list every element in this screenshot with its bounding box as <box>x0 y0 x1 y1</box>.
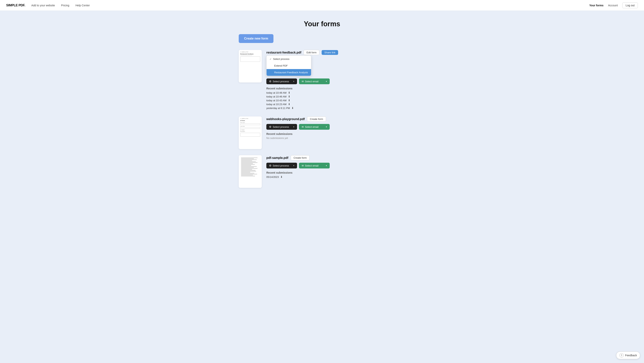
create-form-button-pdf-sample[interactable]: Create form <box>291 155 310 160</box>
form-thumbnail-webhooks: ≡SIMPLE PDF A Form First name Last name … <box>239 116 262 149</box>
feedback-button[interactable]: ? Feedback <box>616 352 640 359</box>
process-icon-webhooks: ⚙ <box>269 125 272 128</box>
email-icon: ✉ <box>302 80 304 83</box>
thumb-logo-row: ≡SIMPLE PDF <box>240 52 260 52</box>
form-card-pdf-sample: pdf-sample.pdf Create form ⚙ Select proc… <box>239 155 405 188</box>
page-title: Your forms <box>239 20 405 28</box>
submissions-label-webhooks: Recent submissions <box>266 132 405 136</box>
download-icon-2[interactable]: ⬇ <box>288 95 290 98</box>
logout-button[interactable]: Log out <box>622 2 638 8</box>
email-dropdown-label-pdf-sample: Select email <box>305 164 318 167</box>
process-dropdown-label-webhooks: Select process <box>273 126 289 128</box>
email-icon-pdf-sample: ✉ <box>302 164 304 167</box>
process-dropdown-menu: ✓ Select process Extend PDF Restaurant F… <box>266 56 311 76</box>
submission-row-1: today at 10:48 AM ⬇ <box>266 91 405 94</box>
form-header-webhooks: webhooks-playground.pdf Create form <box>266 116 405 122</box>
email-dropdown-restaurant[interactable]: ✉ Select email ▾ <box>299 78 330 84</box>
email-dropdown-label-webhooks: Select email <box>305 126 318 128</box>
process-dropdown-label-pdf-sample: Select process <box>273 164 289 167</box>
main-content: Your forms Create new form ≡SIMPLE PDF R… <box>236 11 408 209</box>
thumb-logo-row-2: ≡SIMPLE PDF <box>240 118 260 119</box>
dropdowns-row-restaurant: ✓ Select process Extend PDF Restaurant F… <box>266 57 405 84</box>
nav-right: Your forms Account Log out <box>589 2 638 8</box>
process-dropdown-restaurant[interactable]: ⚙ Select process ▾ <box>266 78 297 84</box>
submission-row-3: today at 10:43 AM ⬇ <box>266 99 405 102</box>
nav-account[interactable]: Account <box>608 4 618 7</box>
dropdown-item-select-process[interactable]: ✓ Select process <box>266 56 311 62</box>
submission-row-4: today at 10:23 AM ⬇ <box>266 103 405 106</box>
download-icon-1[interactable]: ⬇ <box>288 91 290 94</box>
email-dropdown-label: Select email <box>305 80 318 83</box>
submission-row-2: today at 10:46 AM ⬇ <box>266 95 405 98</box>
email-dropdown-webhooks[interactable]: ✉ Select email ▾ <box>299 124 330 130</box>
dropdown-item-extend-pdf[interactable]: Extend PDF <box>266 62 311 69</box>
form-card-webhooks: ≡SIMPLE PDF A Form First name Last name … <box>239 116 405 149</box>
email-dropdown-pdf-sample[interactable]: ✉ Select email ▾ <box>299 163 330 168</box>
submissions-label-pdf-sample: Recent submissions <box>266 171 405 174</box>
email-icon-webhooks: ✉ <box>302 126 304 128</box>
checkmark-icon: ✓ <box>270 58 272 60</box>
dropdown-item-restaurant-analysis[interactable]: Restaurant Feedback Analysis <box>266 69 311 76</box>
form-header-restaurant: restaurant-feedback.pdf Edit form Share … <box>266 50 405 55</box>
form-content-pdf-sample: pdf-sample.pdf Create form ⚙ Select proc… <box>266 155 405 188</box>
form-thumbnail-pdf-sample <box>239 155 262 188</box>
process-dropdown-pdf-sample[interactable]: ⚙ Select process ▾ <box>266 163 297 168</box>
dropdowns-row-pdf-sample: ⚙ Select process ▾ ✉ Select email ▾ <box>266 163 405 168</box>
chevron-down-icon-pdf-sample: ▾ <box>293 164 294 167</box>
no-submissions-webhooks: No submissions yet <box>266 136 405 140</box>
form-card-restaurant: ≡SIMPLE PDF Restaurant feedback restaura… <box>239 50 405 110</box>
process-icon-pdf-sample: ⚙ <box>269 164 272 167</box>
download-icon-4[interactable]: ⬇ <box>288 103 290 106</box>
download-icon-5[interactable]: ⬇ <box>292 106 294 110</box>
form-header-pdf-sample: pdf-sample.pdf Create form <box>266 155 405 160</box>
form-filename-restaurant: restaurant-feedback.pdf <box>266 51 301 54</box>
nav-help-center[interactable]: Help Center <box>76 4 90 7</box>
download-icon-3[interactable]: ⬇ <box>288 99 290 102</box>
create-new-form-button[interactable]: Create new form <box>239 34 274 43</box>
logo: SIMPLE PDF. <box>6 4 25 7</box>
submissions-label-restaurant: Recent submissions <box>266 87 405 90</box>
feedback-label: Feedback <box>625 354 637 357</box>
question-mark-icon: ? <box>620 353 624 358</box>
dropdowns-row-webhooks: ⚙ Select process ▾ ✉ Select email ▾ <box>266 124 405 130</box>
process-dropdown-label: Select process <box>273 80 289 83</box>
nav-left: SIMPLE PDF. Add to your website Pricing … <box>6 4 90 7</box>
form-thumbnail-restaurant: ≡SIMPLE PDF Restaurant feedback <box>239 50 262 82</box>
download-icon-pdf-sample-1[interactable]: ⬇ <box>280 175 283 178</box>
chevron-down-icon-email: ▾ <box>326 80 327 83</box>
create-form-button-webhooks[interactable]: Create form <box>307 116 326 122</box>
nav-your-forms[interactable]: Your forms <box>589 4 604 7</box>
chevron-down-icon-email-webhooks: ▾ <box>326 126 327 128</box>
nav-add-to-website[interactable]: Add to your website <box>31 4 55 7</box>
submission-row-5: yesterday at 6:11 PM ⬇ <box>266 106 405 110</box>
navbar: SIMPLE PDF. Add to your website Pricing … <box>0 0 644 11</box>
process-dropdown-webhooks[interactable]: ⚙ Select process ▾ <box>266 124 297 130</box>
form-content-webhooks: webhooks-playground.pdf Create form ⚙ Se… <box>266 116 405 149</box>
form-content-restaurant: restaurant-feedback.pdf Edit form Share … <box>266 50 405 110</box>
edit-form-button-restaurant[interactable]: Edit form <box>304 50 319 55</box>
submission-row-pdf-sample-1: 05/14/2023 ⬇ <box>266 175 405 178</box>
share-link-button-restaurant[interactable]: Share link <box>322 50 338 55</box>
chevron-down-icon-webhooks: ▾ <box>293 126 294 128</box>
form-filename-webhooks: webhooks-playground.pdf <box>266 118 305 121</box>
chevron-down-icon: ▾ <box>293 80 294 83</box>
chevron-down-icon-email-pdf-sample: ▾ <box>326 164 327 167</box>
process-icon: ⚙ <box>269 80 272 83</box>
form-filename-pdf-sample: pdf-sample.pdf <box>266 156 288 160</box>
nav-pricing[interactable]: Pricing <box>61 4 69 7</box>
